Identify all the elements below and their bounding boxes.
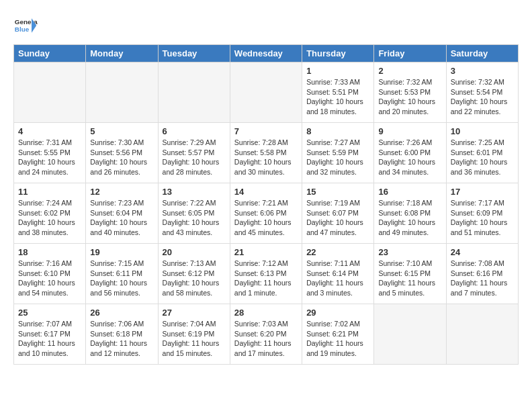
day-cell: 26Sunrise: 7:06 AMSunset: 6:18 PMDayligh… — [86, 304, 158, 365]
day-info: Sunrise: 7:03 AMSunset: 6:20 PMDaylight:… — [234, 319, 298, 359]
day-cell: 10Sunrise: 7:25 AMSunset: 6:01 PMDayligh… — [446, 123, 518, 183]
day-number: 15 — [306, 187, 369, 197]
day-number: 14 — [234, 187, 298, 197]
day-info: Sunrise: 7:15 AMSunset: 6:11 PMDaylight:… — [90, 259, 153, 298]
day-cell: 20Sunrise: 7:13 AMSunset: 6:12 PMDayligh… — [158, 244, 230, 304]
day-info: Sunrise: 7:07 AMSunset: 6:17 PMDaylight:… — [18, 319, 81, 359]
day-info: Sunrise: 7:12 AMSunset: 6:13 PMDaylight:… — [234, 259, 298, 298]
week-row-4: 18Sunrise: 7:16 AMSunset: 6:10 PMDayligh… — [14, 244, 519, 304]
day-info: Sunrise: 7:21 AMSunset: 6:06 PMDaylight:… — [234, 198, 298, 238]
day-info: Sunrise: 7:02 AMSunset: 6:21 PMDaylight:… — [306, 319, 369, 359]
day-cell — [374, 304, 446, 365]
day-number: 2 — [378, 66, 441, 76]
day-info: Sunrise: 7:32 AMSunset: 5:54 PMDaylight:… — [451, 77, 514, 117]
day-cell — [158, 62, 230, 123]
day-cell: 5Sunrise: 7:30 AMSunset: 5:56 PMDaylight… — [86, 123, 158, 183]
day-cell: 25Sunrise: 7:07 AMSunset: 6:17 PMDayligh… — [14, 304, 86, 365]
day-number: 19 — [90, 247, 153, 257]
col-header-thursday: Thursday — [302, 45, 374, 62]
day-number: 8 — [306, 126, 369, 136]
week-row-3: 11Sunrise: 7:24 AMSunset: 6:02 PMDayligh… — [14, 183, 519, 244]
day-cell — [86, 62, 158, 123]
day-cell: 17Sunrise: 7:17 AMSunset: 6:09 PMDayligh… — [446, 183, 518, 244]
day-info: Sunrise: 7:29 AMSunset: 5:57 PMDaylight:… — [163, 138, 226, 177]
day-info: Sunrise: 7:25 AMSunset: 6:01 PMDaylight:… — [451, 138, 514, 177]
col-header-tuesday: Tuesday — [158, 45, 230, 62]
day-cell: 29Sunrise: 7:02 AMSunset: 6:21 PMDayligh… — [302, 304, 374, 365]
day-number: 23 — [378, 247, 441, 257]
day-cell: 27Sunrise: 7:04 AMSunset: 6:19 PMDayligh… — [158, 304, 230, 365]
day-cell: 8Sunrise: 7:27 AMSunset: 5:59 PMDaylight… — [302, 123, 374, 183]
day-info: Sunrise: 7:17 AMSunset: 6:09 PMDaylight:… — [451, 198, 514, 238]
day-cell: 9Sunrise: 7:26 AMSunset: 6:00 PMDaylight… — [374, 123, 446, 183]
day-number: 25 — [18, 308, 81, 318]
day-info: Sunrise: 7:28 AMSunset: 5:58 PMDaylight:… — [234, 138, 298, 177]
day-cell: 16Sunrise: 7:18 AMSunset: 6:08 PMDayligh… — [374, 183, 446, 244]
day-cell — [446, 304, 518, 365]
day-number: 16 — [378, 187, 441, 197]
day-cell: 28Sunrise: 7:03 AMSunset: 6:20 PMDayligh… — [230, 304, 302, 365]
day-info: Sunrise: 7:24 AMSunset: 6:02 PMDaylight:… — [18, 198, 81, 238]
day-number: 26 — [90, 308, 153, 318]
col-header-sunday: Sunday — [14, 45, 86, 62]
calendar-table: SundayMondayTuesdayWednesdayThursdayFrid… — [13, 44, 519, 365]
day-cell: 18Sunrise: 7:16 AMSunset: 6:10 PMDayligh… — [14, 244, 86, 304]
day-cell: 7Sunrise: 7:28 AMSunset: 5:58 PMDaylight… — [230, 123, 302, 183]
day-cell: 3Sunrise: 7:32 AMSunset: 5:54 PMDaylight… — [446, 62, 518, 123]
col-header-saturday: Saturday — [446, 45, 518, 62]
day-number: 17 — [451, 187, 514, 197]
svg-text:Blue: Blue — [15, 26, 30, 33]
logo: General Blue — [13, 13, 38, 38]
day-info: Sunrise: 7:18 AMSunset: 6:08 PMDaylight:… — [378, 198, 441, 238]
day-info: Sunrise: 7:26 AMSunset: 6:00 PMDaylight:… — [378, 138, 441, 177]
day-cell: 22Sunrise: 7:11 AMSunset: 6:14 PMDayligh… — [302, 244, 374, 304]
day-info: Sunrise: 7:27 AMSunset: 5:59 PMDaylight:… — [306, 138, 369, 177]
day-cell: 12Sunrise: 7:23 AMSunset: 6:04 PMDayligh… — [86, 183, 158, 244]
header-row: SundayMondayTuesdayWednesdayThursdayFrid… — [14, 45, 519, 62]
day-cell: 24Sunrise: 7:08 AMSunset: 6:16 PMDayligh… — [446, 244, 518, 304]
day-number: 4 — [18, 126, 81, 136]
day-cell: 11Sunrise: 7:24 AMSunset: 6:02 PMDayligh… — [14, 183, 86, 244]
day-number: 6 — [163, 126, 226, 136]
day-cell: 14Sunrise: 7:21 AMSunset: 6:06 PMDayligh… — [230, 183, 302, 244]
day-number: 1 — [306, 66, 369, 76]
day-info: Sunrise: 7:13 AMSunset: 6:12 PMDaylight:… — [163, 259, 226, 298]
day-cell: 13Sunrise: 7:22 AMSunset: 6:05 PMDayligh… — [158, 183, 230, 244]
day-cell — [14, 62, 86, 123]
day-info: Sunrise: 7:30 AMSunset: 5:56 PMDaylight:… — [90, 138, 153, 177]
day-cell: 6Sunrise: 7:29 AMSunset: 5:57 PMDaylight… — [158, 123, 230, 183]
week-row-1: 1Sunrise: 7:33 AMSunset: 5:51 PMDaylight… — [14, 62, 519, 123]
page-header: General Blue — [13, 13, 519, 38]
day-cell: 23Sunrise: 7:10 AMSunset: 6:15 PMDayligh… — [374, 244, 446, 304]
day-info: Sunrise: 7:16 AMSunset: 6:10 PMDaylight:… — [18, 259, 81, 298]
day-number: 20 — [163, 247, 226, 257]
day-info: Sunrise: 7:11 AMSunset: 6:14 PMDaylight:… — [306, 259, 369, 298]
week-row-5: 25Sunrise: 7:07 AMSunset: 6:17 PMDayligh… — [14, 304, 519, 365]
day-info: Sunrise: 7:33 AMSunset: 5:51 PMDaylight:… — [306, 77, 369, 117]
day-number: 24 — [451, 247, 514, 257]
day-cell: 2Sunrise: 7:32 AMSunset: 5:53 PMDaylight… — [374, 62, 446, 123]
day-cell: 21Sunrise: 7:12 AMSunset: 6:13 PMDayligh… — [230, 244, 302, 304]
day-number: 27 — [163, 308, 226, 318]
day-number: 22 — [306, 247, 369, 257]
day-number: 9 — [378, 126, 441, 136]
day-info: Sunrise: 7:08 AMSunset: 6:16 PMDaylight:… — [451, 259, 514, 298]
day-cell: 1Sunrise: 7:33 AMSunset: 5:51 PMDaylight… — [302, 62, 374, 123]
col-header-friday: Friday — [374, 45, 446, 62]
day-cell — [230, 62, 302, 123]
day-cell: 15Sunrise: 7:19 AMSunset: 6:07 PMDayligh… — [302, 183, 374, 244]
day-info: Sunrise: 7:06 AMSunset: 6:18 PMDaylight:… — [90, 319, 153, 359]
day-number: 3 — [451, 66, 514, 76]
day-number: 28 — [234, 308, 298, 318]
day-number: 18 — [18, 247, 81, 257]
day-cell: 4Sunrise: 7:31 AMSunset: 5:55 PMDaylight… — [14, 123, 86, 183]
col-header-wednesday: Wednesday — [230, 45, 302, 62]
day-number: 5 — [90, 126, 153, 136]
day-info: Sunrise: 7:23 AMSunset: 6:04 PMDaylight:… — [90, 198, 153, 238]
day-info: Sunrise: 7:19 AMSunset: 6:07 PMDaylight:… — [306, 198, 369, 238]
day-info: Sunrise: 7:10 AMSunset: 6:15 PMDaylight:… — [378, 259, 441, 298]
day-number: 10 — [451, 126, 514, 136]
week-row-2: 4Sunrise: 7:31 AMSunset: 5:55 PMDaylight… — [14, 123, 519, 183]
day-number: 7 — [234, 126, 298, 136]
day-info: Sunrise: 7:22 AMSunset: 6:05 PMDaylight:… — [163, 198, 226, 238]
